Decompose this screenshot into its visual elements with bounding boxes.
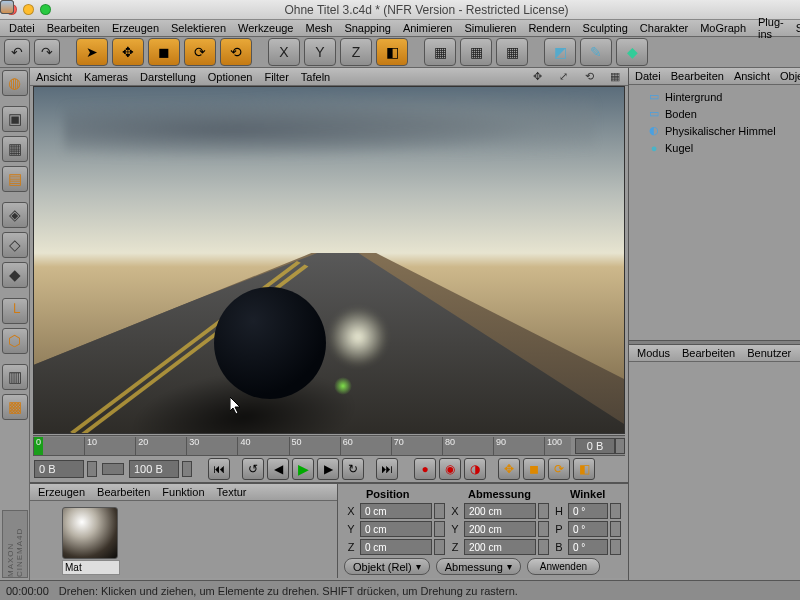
stepper[interactable] <box>538 521 549 537</box>
scale-tool[interactable]: ◼ <box>148 38 180 66</box>
goto-start-button[interactable]: ⏮ <box>208 458 230 480</box>
object-name[interactable]: Physikalischer Himmel <box>665 125 800 137</box>
view-menu-tafeln[interactable]: Tafeln <box>301 71 330 83</box>
snap-toggle[interactable]: ⬡ <box>2 328 28 354</box>
primitive-cube-button[interactable]: ◩ <box>544 38 576 66</box>
objmenu-objekte[interactable]: Objekte <box>780 70 800 82</box>
stepper[interactable] <box>610 539 621 555</box>
spline-pen-button[interactable]: ✎ <box>580 38 612 66</box>
menu-charakter[interactable]: Charakter <box>635 21 693 35</box>
y-axis-lock[interactable]: Y <box>304 38 336 66</box>
rot-p-field[interactable]: 0 ° <box>568 521 608 537</box>
axis-mode[interactable]: └ <box>2 298 28 324</box>
material-name[interactable]: Mat <box>62 560 120 575</box>
menu-plug-ins[interactable]: Plug-ins <box>753 15 789 41</box>
menu-bearbeiten[interactable]: Bearbeiten <box>42 21 105 35</box>
zoom-icon[interactable] <box>40 4 51 15</box>
move-tool[interactable]: ✥ <box>112 38 144 66</box>
texture-mode[interactable]: ▦ <box>2 136 28 162</box>
rotate-viewport-icon[interactable]: ⟲ <box>582 70 596 84</box>
menu-animieren[interactable]: Animieren <box>398 21 458 35</box>
apply-button[interactable]: Anwenden <box>527 558 600 575</box>
stepper[interactable] <box>538 539 549 555</box>
key-rot-button[interactable]: ⟳ <box>548 458 570 480</box>
menu-selektieren[interactable]: Selektieren <box>166 21 231 35</box>
timeline[interactable]: 0102030405060708090100 0 B <box>33 435 625 456</box>
autokey-button[interactable]: ◉ <box>439 458 461 480</box>
locked-workplane[interactable]: ▩ <box>2 394 28 420</box>
current-frame-field[interactable]: 0 B <box>575 438 615 454</box>
menu-skript[interactable]: Skript <box>791 21 800 35</box>
pos-y-field[interactable]: 0 cm <box>360 521 432 537</box>
menu-mesh[interactable]: Mesh <box>300 21 337 35</box>
polygon-mode[interactable]: ◆ <box>2 262 28 288</box>
pos-x-field[interactable]: 0 cm <box>360 503 432 519</box>
coord-system[interactable]: ◧ <box>376 38 408 66</box>
stepper[interactable] <box>610 521 621 537</box>
attr-menu-benutzer[interactable]: Benutzer <box>747 347 791 359</box>
object-row[interactable]: ▭Hintergrund <box>629 88 800 105</box>
rot-h-field[interactable]: 0 ° <box>568 503 608 519</box>
mat-menu-bearbeiten[interactable]: Bearbeiten <box>97 486 150 498</box>
point-mode[interactable]: ◈ <box>2 202 28 228</box>
range-end-field[interactable]: 100 B <box>129 460 179 478</box>
next-frame-button[interactable]: ▶ <box>317 458 339 480</box>
key-param-button[interactable]: ◧ <box>573 458 595 480</box>
key-pos-button[interactable]: ✥ <box>498 458 520 480</box>
rot-b-field[interactable]: 0 ° <box>568 539 608 555</box>
attr-menu-modus[interactable]: Modus <box>637 347 670 359</box>
toggle-layout-icon[interactable]: ▦ <box>608 70 622 84</box>
undo-button[interactable]: ↶ <box>4 39 30 65</box>
mat-menu-textur[interactable]: Textur <box>217 486 247 498</box>
prev-frame-button[interactable]: ◀ <box>267 458 289 480</box>
goto-end-button[interactable]: ⏭ <box>376 458 398 480</box>
model-mode[interactable]: ▣ <box>2 106 28 132</box>
size-mode-dropdown[interactable]: Abmessung▾ <box>436 558 521 575</box>
object-row[interactable]: ▭Boden <box>629 105 800 122</box>
render-region-button[interactable]: ▦ <box>460 38 492 66</box>
menu-sculpting[interactable]: Sculpting <box>578 21 633 35</box>
frame-stepper[interactable] <box>615 438 625 454</box>
play-button[interactable]: ▶ <box>292 458 314 480</box>
pan-viewport-icon[interactable]: ✥ <box>530 70 544 84</box>
objmenu-ansicht[interactable]: Ansicht <box>734 70 770 82</box>
objmenu-bearbeiten[interactable]: Bearbeiten <box>671 70 724 82</box>
pos-z-field[interactable]: 0 cm <box>360 539 432 555</box>
size-y-field[interactable]: 200 cm <box>464 521 536 537</box>
stepper[interactable] <box>434 503 445 519</box>
end-stepper[interactable] <box>182 461 192 477</box>
stepper[interactable] <box>538 503 549 519</box>
edge-mode[interactable]: ◇ <box>2 232 28 258</box>
view-menu-darstellung[interactable]: Darstellung <box>140 71 196 83</box>
mat-menu-erzeugen[interactable]: Erzeugen <box>38 486 85 498</box>
object-name[interactable]: Boden <box>665 108 800 120</box>
make-editable-button[interactable]: ◍ <box>2 70 28 96</box>
size-z-field[interactable]: 200 cm <box>464 539 536 555</box>
menu-rendern[interactable]: Rendern <box>523 21 575 35</box>
menu-simulieren[interactable]: Simulieren <box>459 21 521 35</box>
keyframe-sel-button[interactable]: ◑ <box>464 458 486 480</box>
record-button[interactable]: ● <box>414 458 436 480</box>
stepper[interactable] <box>610 503 621 519</box>
viewport-solo[interactable]: ▥ <box>2 364 28 390</box>
zoom-viewport-icon[interactable]: ⤢ <box>556 70 570 84</box>
menu-werkzeuge[interactable]: Werkzeuge <box>233 21 298 35</box>
view-menu-filter[interactable]: Filter <box>264 71 288 83</box>
material-slot[interactable]: Mat <box>62 507 120 575</box>
menu-datei[interactable]: Datei <box>4 21 40 35</box>
tag-icon[interactable] <box>0 0 14 14</box>
next-key-button[interactable]: ↻ <box>342 458 364 480</box>
viewport[interactable] <box>33 86 625 434</box>
z-axis-lock[interactable]: Z <box>340 38 372 66</box>
range-slider[interactable] <box>102 463 124 475</box>
last-tool[interactable]: ⟲ <box>220 38 252 66</box>
menu-snapping[interactable]: Snapping <box>339 21 396 35</box>
object-name[interactable]: Hintergrund <box>665 91 800 103</box>
render-view-button[interactable]: ▦ <box>424 38 456 66</box>
attr-menu-bearbeiten[interactable]: Bearbeiten <box>682 347 735 359</box>
render-settings-button[interactable]: ▦ <box>496 38 528 66</box>
generator-button[interactable]: ◆ <box>616 38 648 66</box>
stepper[interactable] <box>434 521 445 537</box>
object-row[interactable]: ●Kugel <box>629 139 800 156</box>
sphere-object[interactable] <box>214 287 326 399</box>
